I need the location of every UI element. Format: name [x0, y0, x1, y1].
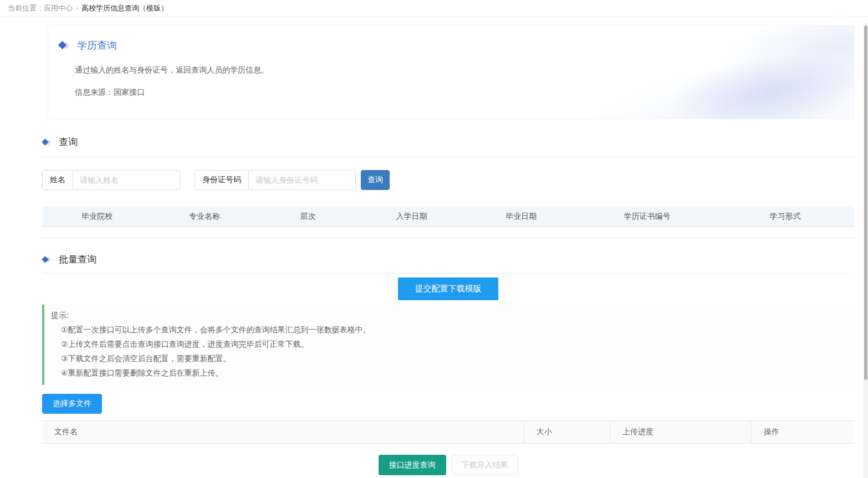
- col-graduate-school: 毕业院校: [42, 212, 152, 222]
- col-enroll-date: 入学日期: [359, 212, 464, 222]
- intro-card: 学历查询 通过输入的姓名与身份证号，返回查询人员的学历信息。 信息来源：国家接口: [48, 25, 854, 119]
- breadcrumb-current: 高校学历信息查询（模版）: [81, 3, 168, 13]
- interface-progress-query-button[interactable]: 接口进度查询: [379, 455, 446, 475]
- result-table-empty-body: [42, 227, 854, 238]
- id-field-group: 身份证号码: [195, 170, 356, 190]
- divider: [42, 273, 854, 274]
- id-number-input[interactable]: [249, 171, 352, 189]
- name-input[interactable]: [73, 171, 162, 189]
- batch-section-title: 批量查询: [59, 253, 96, 266]
- query-section-title: 查询: [59, 136, 78, 148]
- name-field-group: 姓名: [42, 170, 180, 190]
- download-import-result-button[interactable]: 下载导入结果: [452, 455, 518, 475]
- search-button[interactable]: 查询: [361, 170, 390, 190]
- intro-title: 学历查询: [77, 39, 117, 52]
- file-table-header: 文件名 大小 上传进度 操作: [42, 421, 854, 443]
- divider: [42, 156, 854, 157]
- breadcrumb-prefix: 当前位置：: [8, 3, 44, 13]
- scrollbar-thumb[interactable]: [864, 25, 867, 380]
- diamond-icon: [42, 255, 52, 264]
- scrollbar[interactable]: [864, 23, 868, 478]
- diamond-icon: [42, 138, 52, 147]
- result-table: 毕业院校 专业名称 层次 入学日期 毕业日期 学历证书编号 学习形式: [42, 207, 854, 238]
- intro-description: 通过输入的姓名与身份证号，返回查询人员的学历信息。: [75, 65, 854, 75]
- name-label: 姓名: [43, 171, 73, 189]
- submit-config-download-template-button[interactable]: 提交配置下载模版: [398, 277, 498, 300]
- file-table: 文件名 大小 上传进度 操作: [42, 420, 854, 444]
- tip-line: ④重新配置接口需要删除文件之后在重新上传。: [51, 368, 854, 378]
- result-table-header: 毕业院校 专业名称 层次 入学日期 毕业日期 学历证书编号 学习形式: [42, 207, 854, 227]
- breadcrumb-separator: ›: [76, 4, 78, 12]
- id-label: 身份证号码: [195, 171, 249, 189]
- col-file-name: 文件名: [42, 421, 524, 443]
- col-graduate-date: 毕业日期: [464, 212, 578, 222]
- col-actions: 操作: [751, 421, 854, 443]
- tip-line: ③下载文件之后会清空后台配置，需要重新配置。: [51, 354, 854, 364]
- breadcrumb: 当前位置： 应用中心 › 高校学历信息查询（模版）: [0, 0, 868, 17]
- tips-title: 提示:: [51, 311, 854, 321]
- intro-source: 信息来源：国家接口: [75, 88, 854, 97]
- tip-line: ①配置一次接口可以上传多个查询文件，会将多个文件的查询结果汇总到一张数据表格中。: [51, 325, 854, 335]
- tips-panel: 提示: ①配置一次接口可以上传多个查询文件，会将多个文件的查询结果汇总到一张数据…: [42, 305, 854, 385]
- col-certificate-no: 学历证书编号: [578, 212, 716, 222]
- breadcrumb-parent-link[interactable]: 应用中心: [44, 3, 73, 13]
- col-major-name: 专业名称: [152, 212, 257, 222]
- col-study-form: 学习形式: [716, 212, 854, 222]
- col-level: 层次: [257, 212, 359, 222]
- col-file-size: 大小: [524, 421, 610, 443]
- diamond-icon: [58, 40, 70, 50]
- select-multiple-files-button[interactable]: 选择多文件: [42, 394, 102, 414]
- tip-line: ②上传文件后需要点击查询接口查询进度，进度查询完毕后可正常下载。: [51, 340, 854, 349]
- query-form: 姓名 身份证号码 查询: [42, 170, 854, 190]
- col-upload-progress: 上传进度: [610, 421, 751, 443]
